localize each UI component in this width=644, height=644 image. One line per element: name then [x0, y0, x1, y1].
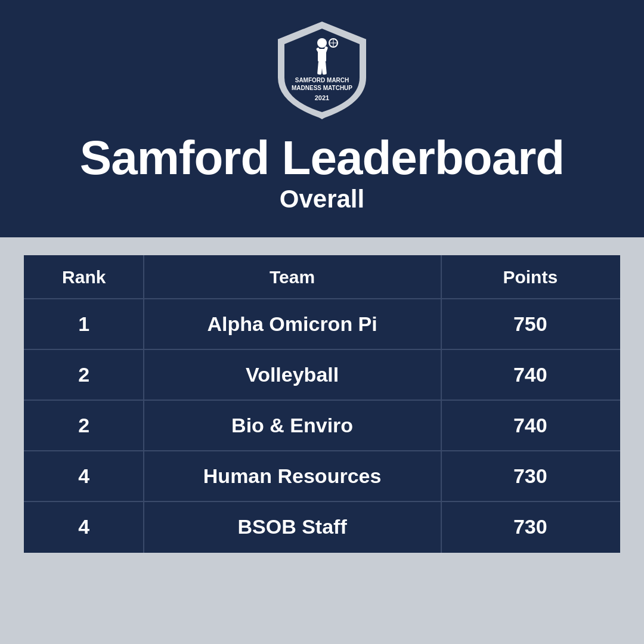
- cell-rank: 1: [24, 299, 144, 349]
- svg-text:2021: 2021: [315, 94, 329, 101]
- shield-logo: SAMFORD MARCH MADNESS MATCHUP 2021: [274, 18, 370, 122]
- table-row: 2Volleyball740: [24, 349, 620, 400]
- svg-text:MADNESS MATCHUP: MADNESS MATCHUP: [292, 85, 352, 91]
- cell-team: Bio & Enviro: [144, 400, 441, 451]
- cell-points: 750: [441, 299, 620, 349]
- cell-points: 740: [441, 400, 620, 451]
- table-header-row: Rank Team Points: [24, 256, 620, 299]
- col-header-rank: Rank: [24, 256, 144, 299]
- cell-rank: 4: [24, 451, 144, 501]
- cell-rank: 2: [24, 400, 144, 451]
- svg-text:SAMFORD MARCH: SAMFORD MARCH: [295, 77, 349, 83]
- col-header-team: Team: [144, 256, 441, 299]
- cell-team: Alpha Omicron Pi: [144, 299, 441, 349]
- cell-team: Volleyball: [144, 349, 441, 400]
- col-header-points: Points: [441, 256, 620, 299]
- table-row: 4Human Resources730: [24, 451, 620, 501]
- bottom-section: Rank Team Points 1Alpha Omicron Pi7502Vo…: [0, 237, 644, 644]
- cell-points: 740: [441, 349, 620, 400]
- cell-points: 730: [441, 451, 620, 501]
- table-row: 2Bio & Enviro740: [24, 400, 620, 451]
- top-section: SAMFORD MARCH MADNESS MATCHUP 2021 Samfo…: [0, 0, 644, 237]
- page-wrapper: SAMFORD MARCH MADNESS MATCHUP 2021 Samfo…: [0, 0, 644, 644]
- cell-team: BSOB Staff: [144, 501, 441, 552]
- leaderboard-table: Rank Team Points 1Alpha Omicron Pi7502Vo…: [24, 255, 620, 553]
- svg-point-0: [317, 38, 327, 48]
- cell-rank: 4: [24, 501, 144, 552]
- table-row: 1Alpha Omicron Pi750: [24, 299, 620, 349]
- cell-team: Human Resources: [144, 451, 441, 501]
- page-title: Samford Leaderboard: [80, 134, 564, 182]
- page-subtitle: Overall: [280, 185, 364, 213]
- cell-points: 730: [441, 501, 620, 552]
- cell-rank: 2: [24, 349, 144, 400]
- table-row: 4BSOB Staff730: [24, 501, 620, 552]
